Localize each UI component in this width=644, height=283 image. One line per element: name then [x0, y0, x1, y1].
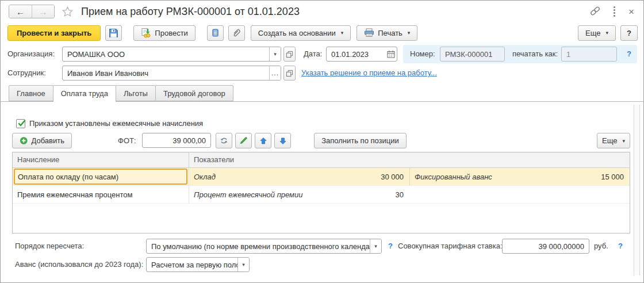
tab-main[interactable]: Главное: [9, 85, 53, 101]
recalc-help-icon[interactable]: ?: [388, 239, 393, 254]
post-icon: [141, 28, 151, 38]
organization-open-button[interactable]: [283, 47, 296, 62]
accrual-cell[interactable]: Оплата по окладу (по часам): [13, 168, 189, 185]
fill-by-position-button[interactable]: Заполнить по позиции: [314, 133, 407, 148]
forward-button[interactable]: →: [32, 5, 54, 18]
indicator-name[interactable]: Фиксированный аванс: [410, 173, 581, 181]
print-button[interactable]: Печать▾: [356, 25, 417, 41]
number-label: Номер:: [410, 47, 435, 62]
favorite-star-icon[interactable]: [62, 6, 74, 18]
accrual-cell[interactable]: Премия ежемесячная процентом: [13, 186, 189, 203]
chevron-down-icon: ▾: [622, 138, 625, 144]
tab-salary[interactable]: Оплата труда: [53, 85, 116, 102]
back-arrow-icon: ←: [16, 7, 25, 17]
move-down-button[interactable]: [274, 133, 291, 148]
document-window: ← → Прием на работу РМЗК-000001 от 01.01…: [0, 0, 644, 283]
print-as-field[interactable]: 1: [561, 47, 617, 62]
indicators-cell[interactable]: Оклад 30 000 Фиксированный аванс 15 000: [189, 168, 630, 185]
move-up-button[interactable]: [255, 133, 271, 148]
close-icon[interactable]: ×: [627, 7, 635, 17]
indicator-value[interactable]: 15 000: [581, 173, 630, 181]
post-and-close-button[interactable]: Провести и закрыть: [7, 25, 101, 41]
add-plus-icon: [20, 136, 28, 145]
table-row[interactable]: Оплата по окладу (по часам) Оклад 30 000…: [13, 168, 630, 186]
refresh-icon: [220, 136, 228, 145]
indicator-name[interactable]: Процент ежемесячной премии: [189, 190, 361, 199]
post-button[interactable]: Провести: [133, 25, 195, 41]
total-rate-label: Совокупная тарифная ставка:: [398, 239, 503, 254]
page-title: Прием на работу РМЗК-000001 от 01.01.202…: [81, 6, 300, 18]
help-button[interactable]: ?: [620, 25, 638, 41]
edit-button[interactable]: [235, 133, 252, 148]
advance-label: Аванс (использовался до 2023 года):: [15, 257, 143, 272]
combo-dropdown-icon[interactable]: ▾: [237, 258, 249, 271]
number-help-icon[interactable]: ?: [627, 47, 631, 62]
table-more-button[interactable]: Еще▾: [597, 133, 630, 148]
printer-icon: [364, 28, 374, 37]
create-based-on-button[interactable]: Создать на основании▾: [251, 25, 351, 41]
table-command-bar: Добавить ФОТ: 39 000,00 Заполнить по поз…: [1, 133, 643, 148]
monthly-accruals-checkbox[interactable]: [16, 119, 25, 128]
pencil-icon: [239, 136, 248, 145]
fot-label: ФОТ:: [118, 133, 136, 148]
save-icon: [109, 28, 118, 38]
table-row[interactable]: Премия ежемесячная процентом Процент еже…: [13, 186, 630, 204]
total-rate-help-icon[interactable]: ?: [618, 239, 623, 254]
paperclip-icon: [232, 28, 241, 37]
chevron-down-icon: ▾: [341, 30, 344, 36]
indicator-name[interactable]: Оклад: [189, 173, 361, 181]
history-nav-group: ← →: [9, 5, 55, 18]
recalc-order-label: Порядок пересчета:: [15, 239, 84, 254]
combo-dropdown-icon[interactable]: ▾: [269, 47, 281, 61]
tab-benefits[interactable]: Льготы: [116, 85, 156, 101]
recalc-order-dropdown[interactable]: По умолчанию (по норме времени производс…: [146, 239, 382, 254]
indicator-value[interactable]: 30: [361, 190, 409, 199]
print-as-label: печатать как:: [512, 47, 558, 62]
employee-label: Сотрудник:: [7, 66, 46, 81]
date-label: Дата:: [304, 47, 322, 62]
recalculate-button[interactable]: [216, 133, 232, 148]
forward-arrow-icon: →: [39, 7, 48, 17]
more-menu-icon[interactable]: [611, 6, 618, 17]
open-icon: [286, 51, 293, 58]
tab-strip: Главное Оплата труда Льготы Трудовой дог…: [9, 85, 233, 102]
open-icon: [286, 70, 293, 77]
tab-contract[interactable]: Трудовой договор: [155, 85, 233, 101]
attachments-button[interactable]: [228, 25, 245, 41]
fot-field[interactable]: 39 000,00: [142, 133, 211, 148]
currency-label: руб.: [594, 239, 608, 254]
subordination-structure-button[interactable]: [207, 25, 224, 41]
get-link-icon[interactable]: [589, 6, 601, 18]
employee-open-button[interactable]: [283, 66, 296, 81]
date-field[interactable]: 01.01.2023: [326, 47, 397, 62]
employee-field[interactable]: Иванов Иван Иванович ...: [62, 66, 281, 81]
calendar-icon[interactable]: [385, 47, 397, 61]
advance-dropdown[interactable]: Расчетом за первую полс ▾: [146, 257, 250, 272]
vertical-scrollbar[interactable]: [634, 105, 640, 276]
indicators-cell[interactable]: Процент ежемесячной премии 30: [189, 186, 630, 203]
more-button[interactable]: Еще▾: [578, 25, 616, 41]
organization-combobox[interactable]: РОМАШКА ООО ▾: [62, 47, 281, 62]
title-bar: ← → Прием на работу РМЗК-000001 от 01.01…: [1, 1, 643, 22]
chevron-down-icon: ▾: [605, 30, 608, 36]
command-toolbar: Провести и закрыть Провести Создать на о…: [1, 24, 643, 42]
hiring-decision-link[interactable]: Указать решение о приеме на работу...: [301, 66, 437, 81]
number-field[interactable]: РМЗК-000001: [440, 47, 505, 62]
arrow-down-icon: [279, 137, 287, 145]
chevron-down-icon: ▾: [408, 30, 411, 36]
combo-dropdown-icon[interactable]: ▾: [370, 239, 381, 253]
column-header-indicators[interactable]: Показатели: [189, 152, 630, 167]
save-button[interactable]: [105, 25, 122, 41]
add-row-button[interactable]: Добавить: [12, 133, 72, 148]
accruals-table: Начисление Показатели Оплата по окладу (…: [12, 152, 630, 234]
active-cell[interactable]: Оплата по окладу (по часам): [14, 169, 187, 185]
report-journal-icon: [211, 28, 220, 37]
checkmark-icon: [17, 118, 26, 128]
back-button[interactable]: ←: [9, 5, 32, 18]
column-header-accrual[interactable]: Начисление: [13, 152, 189, 167]
choose-ellipsis-icon[interactable]: ...: [269, 66, 281, 80]
indicator-value[interactable]: 30 000: [361, 173, 409, 181]
organization-label: Организация:: [7, 47, 55, 62]
arrow-up-icon: [259, 137, 267, 145]
total-rate-field[interactable]: 39 000,00000: [502, 239, 589, 254]
